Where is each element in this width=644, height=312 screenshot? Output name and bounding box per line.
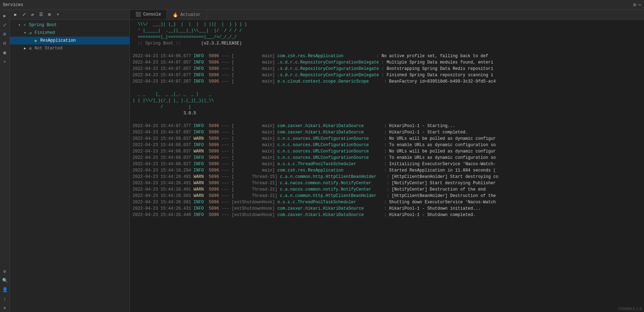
console-tab-icon: ⬛: [135, 12, 141, 17]
toolbar-run-btn[interactable]: ▶: [12, 11, 19, 18]
expand-icon[interactable]: ⤢: [1, 21, 9, 29]
tree-item-spring-boot[interactable]: ▾ ⚡ Spring Boot: [10, 21, 129, 29]
log-line-1: 2022-04-23 15:44:06.677 INFO 5096 --- [ …: [133, 53, 641, 59]
log-line-19: 2022-04-23 15:44:26.431 INFO 5096 --- [e…: [133, 205, 641, 212]
tab-actuator[interactable]: 🔥 Actuator: [167, 10, 207, 19]
blank-line-3: [133, 116, 641, 123]
services-toolbar: ▶ ⤢ ⇄ ☰ ⊞ +: [10, 10, 129, 20]
settings-icon[interactable]: ⚙: [633, 2, 636, 8]
window-icon[interactable]: ▣: [1, 49, 9, 56]
log-line-10: 2022-04-23 15:44:08.037 WARN 5096 --- [ …: [133, 148, 641, 155]
toolbar-expand-btn[interactable]: ⤢: [20, 11, 28, 18]
log-line-16: 2022-04-23 15:44:20.491 WARN 5096 --- [ …: [133, 186, 641, 193]
log-line-20: 2022-04-23 15:44:26.440 INFO 5096 --- [e…: [133, 212, 641, 218]
top-bar: Services ⚙ ⋯: [0, 0, 644, 10]
app-title: Services: [3, 2, 23, 7]
finished-label: Finished: [35, 30, 55, 35]
actuator-tab-label: Actuator: [180, 12, 201, 17]
toolbar-add-btn[interactable]: +: [54, 11, 61, 18]
tree-arrow-spring-boot[interactable]: ▾: [17, 23, 22, 28]
search-icon[interactable]: 🔍: [1, 277, 9, 284]
left-sidebar: ▶ ⤢ ⊞ ⊟ ▣ + ⚙ 🔍 👤 ↕ ≡: [0, 10, 10, 312]
actuator-tab-icon: 🔥: [172, 12, 178, 18]
filter-icon[interactable]: ⊟: [1, 40, 9, 47]
mybatis-ascii-2: | | |\\/|_)(/_| |_ |.(_|(_)||_\\: [133, 97, 641, 104]
mybatis-version: 3.0.5: [133, 110, 641, 116]
log-line-7: 2022-04-23 15:44:07.697 INFO 5096 --- [ …: [133, 129, 641, 136]
tree-arrow-not-started[interactable]: ▶: [23, 46, 28, 51]
console-output[interactable]: \\\/ ___)| |_) | | | | ||( | ) ) ) ) ' |…: [130, 20, 644, 312]
log-line-9: 2022-04-23 15:44:08.037 INFO 5096 --- [ …: [133, 142, 641, 148]
mybatis-ascii-1: _ _ |_ _ _|_. _ _ | _: [133, 91, 641, 97]
services-panel: ▶ ⤢ ⇄ ☰ ⊞ + ▾ ⚡ Spring Boot ▾ ↺ Finished: [10, 10, 130, 312]
group-icon[interactable]: ⊞: [1, 30, 9, 38]
not-started-icon: ⚙: [28, 46, 33, 51]
watermark: CSDN@凌玉人生: [618, 306, 643, 311]
tab-console[interactable]: ⬛ Console: [130, 10, 167, 19]
log-line-4: 2022-04-23 15:44:07.077 INFO 5096 --- [ …: [133, 72, 641, 78]
spring-boot-label: Spring Boot: [29, 23, 57, 28]
blank-line-2: [133, 85, 641, 91]
mybatis-ascii-3: / |: [133, 104, 641, 110]
layout-icon[interactable]: ↕: [1, 295, 9, 303]
log-line-12: 2022-04-23 15:44:08.827 INFO 5096 --- [ …: [133, 161, 641, 167]
console-tab-label: Console: [143, 12, 161, 17]
ascii-banner-1: \\\/ ___)| |_) | | | | ||( | ) ) ) ): [133, 21, 641, 28]
log-line-11: 2022-04-23 15:44:08.037 INFO 5096 --- [ …: [133, 155, 641, 161]
user-icon[interactable]: 👤: [1, 286, 9, 294]
log-line-6: 2022-04-23 15:44:07.377 INFO 5096 --- [ …: [133, 123, 641, 129]
menu-icon[interactable]: ≡: [1, 304, 9, 312]
tree-item-not-started[interactable]: ▶ ⚙ Not Started: [10, 44, 129, 52]
finished-icon: ↺: [28, 30, 33, 36]
tree-arrow-res-app: [28, 38, 33, 43]
top-bar-icons: ⚙ ⋯: [633, 2, 641, 8]
log-line-3: 2022-04-23 15:44:07.057 INFO 5096 --- [ …: [133, 66, 641, 72]
toolbar-shuffle-btn[interactable]: ⇄: [29, 11, 36, 18]
gear-icon[interactable]: ⚙: [1, 268, 9, 275]
toolbar-grid-btn[interactable]: ⊞: [46, 11, 53, 18]
log-line-15: 2022-04-23 15:44:20.491 WARN 5096 --- [ …: [133, 180, 641, 186]
log-line-5: 2022-04-23 15:44:07.207 INFO 5096 --- [ …: [133, 78, 641, 85]
ascii-banner-3: =========|_|==============|___/=/_/_/_/: [133, 34, 641, 40]
log-line-17: 2022-04-23 15:44:20.501 WARN 5096 --- [ …: [133, 193, 641, 199]
blank-line-1: [133, 47, 641, 53]
tree-item-finished[interactable]: ▾ ↺ Finished: [10, 29, 129, 37]
log-line-8: 2022-04-23 15:44:08.037 WARN 5096 --- [ …: [133, 136, 641, 142]
ascii-spring-label: :: Spring Boot :: (v2.3.2.RELEASE): [133, 40, 641, 47]
content-area: ⬛ Console 🔥 Actuator \\\/ ___)| |_) | | …: [130, 10, 644, 312]
log-line-14: 2022-04-23 15:44:20.491 WARN 5096 --- [ …: [133, 174, 641, 180]
log-line-18: 2022-04-23 15:44:20.501 INFO 5096 --- [e…: [133, 199, 641, 205]
more-icon[interactable]: ⋯: [638, 2, 641, 8]
res-app-run-icon: ▶: [33, 38, 39, 43]
res-application-label: ResApplication: [40, 38, 76, 43]
log-line-2: 2022-04-23 15:44:07.057 INFO 5096 --- [ …: [133, 59, 641, 66]
main-container: ▶ ⤢ ⊞ ⊟ ▣ + ⚙ 🔍 👤 ↕ ≡ ▶ ⤢ ⇄ ☰ ⊞ + ▾ ⚡ Sp…: [0, 10, 644, 312]
tree-arrow-finished[interactable]: ▾: [23, 30, 28, 35]
toolbar-list-btn[interactable]: ☰: [37, 11, 44, 18]
run-icon[interactable]: ▶: [1, 12, 9, 20]
tree-item-res-application[interactable]: ▶ ResApplication: [10, 37, 129, 44]
spring-boot-icon: ⚡: [22, 22, 28, 28]
not-started-label: Not Started: [35, 46, 62, 51]
tabs-bar: ⬛ Console 🔥 Actuator: [130, 10, 644, 20]
add-icon[interactable]: +: [1, 58, 9, 66]
ascii-banner-2: ' |_____| .__||___|_|\\___| |/ / / / /: [133, 28, 641, 34]
log-line-13: 2022-04-23 15:44:16.294 INFO 5096 --- [ …: [133, 167, 641, 174]
services-tree: ▾ ⚡ Spring Boot ▾ ↺ Finished ▶ ResApplic…: [10, 20, 129, 312]
